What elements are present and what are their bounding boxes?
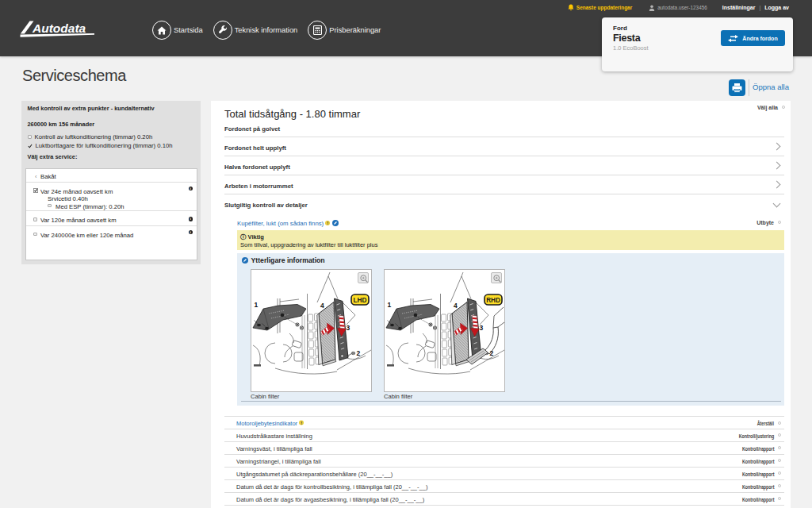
svg-text:2: 2	[490, 349, 494, 357]
svg-text:4: 4	[454, 302, 458, 310]
svg-text:3: 3	[347, 324, 350, 332]
svg-text:3: 3	[480, 324, 484, 332]
svg-text:1: 1	[388, 301, 392, 309]
svg-text:LHD: LHD	[354, 297, 367, 304]
svg-text:RHD: RHD	[486, 297, 500, 304]
svg-text:2: 2	[357, 349, 361, 357]
svg-text:4: 4	[320, 302, 324, 310]
svg-text:1: 1	[255, 301, 259, 309]
svg-text:Autodata: Autodata	[32, 21, 86, 35]
